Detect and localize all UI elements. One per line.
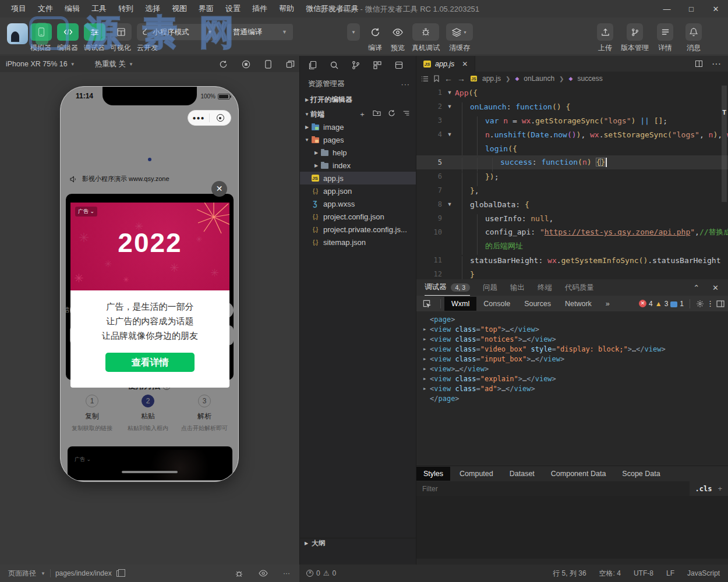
toolbar-button-可视化[interactable] bbox=[110, 23, 132, 41]
search-icon[interactable] bbox=[330, 61, 339, 70]
nav-forward-icon[interactable]: → bbox=[457, 74, 465, 83]
debugger-tab-输出[interactable]: 输出 bbox=[510, 279, 525, 296]
copy-path-icon[interactable] bbox=[116, 570, 122, 577]
styles-tab-Component-Data[interactable]: Component Data bbox=[544, 467, 613, 481]
toolbar-action-上传[interactable] bbox=[597, 23, 613, 41]
cursor-position[interactable]: 行 5, 列 36 bbox=[553, 569, 586, 579]
wxml-node[interactable]: ▶<view class="explain">…</view> bbox=[423, 374, 728, 384]
wxml-node[interactable]: ▶<view class="input_box">…</view> bbox=[423, 354, 728, 364]
multi-window-icon[interactable] bbox=[286, 60, 295, 69]
menu-item-编辑[interactable]: 编辑 bbox=[59, 2, 85, 16]
toolbar-action-预览[interactable] bbox=[388, 23, 408, 41]
dock-side-icon[interactable] bbox=[716, 300, 725, 307]
nav-back-icon[interactable]: ← bbox=[444, 74, 453, 83]
mode-dropdown[interactable]: 小程序模式 ▼ bbox=[147, 24, 218, 40]
git-branch-icon[interactable] bbox=[351, 61, 361, 70]
toolbar-button-调试器[interactable] bbox=[84, 23, 105, 41]
styles-tab-Scope-Data[interactable]: Scope Data bbox=[615, 467, 667, 481]
capsule-menu[interactable]: ●●● bbox=[188, 110, 231, 126]
exit-target-icon[interactable] bbox=[210, 114, 231, 122]
inspect-element-icon[interactable] bbox=[416, 299, 437, 308]
preview-eye-icon[interactable] bbox=[259, 570, 268, 577]
code-line-5[interactable]: 5success: function(n) {} bbox=[416, 155, 728, 169]
warning-count-icon[interactable]: ▲ bbox=[655, 300, 662, 308]
editor-scrollbar[interactable]: T bbox=[720, 86, 728, 279]
breadcrumb-symbol[interactable]: success bbox=[577, 74, 602, 83]
code-line-3[interactable]: 3var n = wx.getStorageSync("logs") || []… bbox=[416, 113, 728, 127]
menu-item-设置[interactable]: 设置 bbox=[220, 2, 246, 16]
menu-item-项目[interactable]: 项目 bbox=[6, 2, 31, 16]
phone-simulator[interactable]: 11:14 100% 影视小程序演示 www.qsy.zone 信 使用方法 i… bbox=[60, 86, 239, 482]
hot-reload-toggle[interactable]: 热重载 关 ▼ bbox=[89, 59, 139, 69]
minimize-button[interactable]: — bbox=[655, 0, 679, 17]
compile-condition-caret[interactable]: ▼ bbox=[347, 23, 360, 41]
devtools-more-icon[interactable]: ⋮ bbox=[706, 299, 714, 308]
devtools-tab-Wxml[interactable]: Wxml bbox=[444, 297, 476, 311]
editor-tab-appjs[interactable]: JS app.js ✕ bbox=[416, 56, 475, 72]
vconsole-bug-icon[interactable] bbox=[235, 569, 243, 578]
close-button[interactable]: ✕ bbox=[704, 0, 728, 17]
devtools-tab-Network[interactable]: Network bbox=[558, 297, 599, 311]
code-line-7[interactable]: 7}, bbox=[416, 183, 728, 197]
debugger-tab-终端[interactable]: 终端 bbox=[538, 279, 552, 296]
device-selector[interactable]: iPhone XR 75% 16 ▼ bbox=[0, 60, 81, 68]
refresh-icon[interactable] bbox=[388, 109, 395, 119]
code-line-1[interactable]: 1▼App({ bbox=[416, 86, 728, 100]
new-folder-icon[interactable] bbox=[373, 109, 381, 119]
page-path-label[interactable]: 页面路径 bbox=[8, 569, 36, 579]
tree-item-sitemap.json[interactable]: {..}sitemap.json bbox=[300, 236, 416, 249]
popup-close-button[interactable]: ✕ bbox=[211, 181, 227, 197]
code-line-10[interactable]: 10config_api: "https://test-ys.qsy.zone/… bbox=[416, 225, 728, 239]
devtools-tab-Console[interactable]: Console bbox=[476, 297, 517, 311]
panel-close-icon[interactable]: ✕ bbox=[712, 283, 719, 292]
wxml-node[interactable]: </page> bbox=[423, 394, 728, 404]
breadcrumb-file[interactable]: app.js bbox=[482, 74, 501, 83]
encoding[interactable]: UTF-8 bbox=[634, 569, 653, 577]
split-editor-icon[interactable] bbox=[695, 61, 702, 67]
more-actions-icon[interactable]: ··· bbox=[401, 80, 411, 88]
panel-collapse-icon[interactable]: ⌃ bbox=[693, 283, 699, 292]
ad-tag-chip[interactable]: 广告 ⌄ bbox=[75, 207, 97, 217]
breadcrumb-symbol[interactable]: onLaunch bbox=[524, 74, 554, 83]
wxml-tree[interactable]: <page>▶<view class="top">…</view>▶<view … bbox=[416, 311, 728, 404]
info-count-icon[interactable] bbox=[670, 301, 677, 307]
page-path-value[interactable]: pages/index/index bbox=[55, 569, 112, 577]
component-box-icon[interactable] bbox=[394, 61, 404, 70]
outline-section[interactable]: ▶ 大纲 bbox=[300, 538, 416, 548]
tree-item-pages[interactable]: ▼pages bbox=[300, 133, 416, 146]
tree-item-app.wxss[interactable]: Ʒapp.wxss bbox=[300, 197, 416, 210]
open-editors-section[interactable]: ▶ 打开的编辑器 bbox=[300, 94, 416, 106]
tree-item-app.js[interactable]: JSapp.js bbox=[300, 172, 416, 184]
new-file-icon[interactable]: ＋ bbox=[359, 109, 366, 119]
code-line-9[interactable]: 9userInfo: null, bbox=[416, 211, 728, 225]
devtools-tab-Sources[interactable]: Sources bbox=[517, 297, 558, 311]
statusbar-problems-segment[interactable]: 0 ⚠ 0 bbox=[299, 565, 416, 582]
menu-item-视图[interactable]: 视图 bbox=[167, 2, 192, 16]
editor-more-icon[interactable]: ··· bbox=[712, 59, 721, 69]
code-line-6[interactable]: 6}); bbox=[416, 169, 728, 183]
wxml-node[interactable]: ▶<view>…</view> bbox=[423, 364, 728, 374]
more-tabs-icon[interactable]: » bbox=[599, 297, 617, 311]
record-stop-icon[interactable] bbox=[242, 60, 250, 69]
wxml-node[interactable]: <page> bbox=[423, 315, 728, 325]
tree-item-index[interactable]: ▶index bbox=[300, 159, 416, 172]
error-count-icon[interactable]: ✕ bbox=[639, 300, 646, 307]
menu-item-文件[interactable]: 文件 bbox=[33, 2, 58, 16]
debugger-tab-代码质量[interactable]: 代码质量 bbox=[565, 279, 594, 296]
debugger-tab-问题[interactable]: 问题 bbox=[483, 279, 497, 296]
restart-icon[interactable] bbox=[219, 60, 228, 69]
collapse-all-icon[interactable] bbox=[402, 109, 410, 119]
cls-toggle[interactable]: .cls bbox=[690, 485, 718, 493]
menu-item-插件[interactable]: 插件 bbox=[247, 2, 273, 16]
language-mode[interactable]: JavaScript bbox=[687, 569, 720, 577]
toolbar-button-编辑器[interactable] bbox=[57, 23, 79, 41]
compile-mode-dropdown[interactable]: 普通编译 ▼ bbox=[227, 24, 293, 40]
styles-tab-Dataset[interactable]: Dataset bbox=[503, 467, 542, 481]
maximize-button[interactable]: □ bbox=[679, 0, 704, 17]
debugger-tab-调试器[interactable]: 调试器4, 3 bbox=[425, 279, 470, 296]
toolbar-action-编译[interactable] bbox=[365, 23, 385, 41]
toolbar-action-清缓存[interactable]: ▼ bbox=[446, 23, 473, 41]
project-root-section[interactable]: ▼ 前端 ＋ bbox=[300, 108, 416, 120]
devtools-settings-icon[interactable] bbox=[696, 300, 704, 308]
tab-close-icon[interactable]: ✕ bbox=[462, 60, 468, 68]
